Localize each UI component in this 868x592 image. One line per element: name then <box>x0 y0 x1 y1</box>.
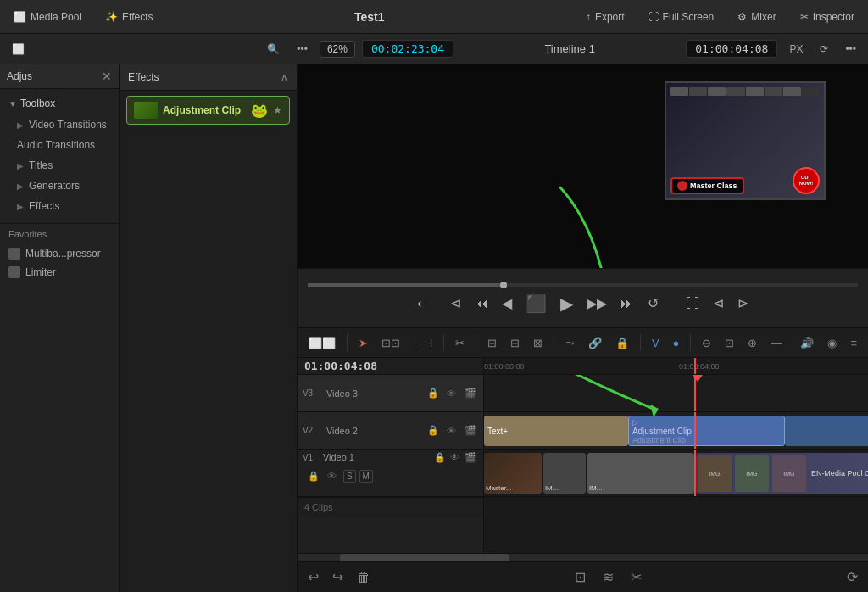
fullscreen-preview-button[interactable]: ⛶ <box>686 296 699 311</box>
toolbox-header[interactable]: ▼ Toolbox <box>0 92 119 114</box>
sidebar-item-titles[interactable]: ▶ Titles <box>0 155 119 176</box>
inspector-button[interactable]: ✂ Inspector <box>795 8 860 25</box>
bottom-tool-1[interactable]: ⊡ <box>575 569 586 585</box>
v1-full-label: Video 1 <box>323 452 432 462</box>
effect-emoji-icon: 🐸 <box>251 103 268 119</box>
ruler-row: 01:00:04:08 01:00:00:00 01:00:04:00 01:0… <box>298 358 868 375</box>
bottom-right-tool[interactable]: ⟳ <box>847 569 858 585</box>
search-button[interactable]: 🔍 <box>262 41 285 58</box>
timecode-display[interactable]: 00:02:23:04 <box>362 40 453 58</box>
adjustment-clip-item[interactable]: Adjustment Clip 🐸 ★ <box>126 96 290 125</box>
export-button[interactable]: ↑ Export <box>581 8 630 25</box>
v1-label: V1 <box>303 453 323 462</box>
px-toggle-button[interactable]: PX <box>784 41 808 58</box>
blue-clip[interactable] <box>785 416 868 446</box>
trim-tool-button[interactable]: ⊡⊡ <box>377 334 404 352</box>
project-title: Test1 <box>172 10 567 24</box>
prev-clip-button[interactable]: ⊲ <box>713 295 724 311</box>
select-tool-button[interactable]: ➤ <box>354 334 372 352</box>
zoom-timeline-button[interactable]: — <box>766 334 786 352</box>
sidebar-item-generators[interactable]: ▶ Generators <box>0 176 119 196</box>
settings-button[interactable]: ••• <box>840 41 861 58</box>
fullscreen-button[interactable]: ⛶ Full Screen <box>643 8 720 25</box>
a-track-button[interactable]: ● <box>669 334 684 352</box>
effects-wand-icon: ✨ <box>105 11 118 23</box>
overwrite-button[interactable]: ⊟ <box>506 334 524 352</box>
delete-button[interactable]: 🗑 <box>357 570 370 585</box>
sidebar-item-audio-transitions[interactable]: Audio Transitions <box>0 135 119 155</box>
im-clip-1[interactable]: IM... <box>543 453 586 494</box>
stop-button[interactable]: ⬛ <box>526 293 547 314</box>
v1-s-button[interactable]: S <box>343 470 356 483</box>
v1-lock2-icon[interactable]: 🔒 <box>306 468 321 483</box>
skip-forward-button[interactable]: ⏭ <box>620 296 634 311</box>
panel-title: Adjus <box>7 70 32 82</box>
skip-back-button[interactable]: ⏮ <box>475 296 488 311</box>
v-track-button[interactable]: V <box>648 334 664 352</box>
v1-eye2-icon[interactable]: 👁 <box>325 468 340 483</box>
clips-count: 4 Clips <box>304 502 333 512</box>
panel-toggle-button[interactable]: ⬜ <box>7 41 30 58</box>
more-options-button[interactable]: ••• <box>292 41 313 58</box>
v3-eye-icon[interactable]: 👁 <box>444 386 459 401</box>
v3-cam-icon[interactable]: 🎬 <box>463 386 478 401</box>
undo-button[interactable]: ↩ <box>308 569 319 585</box>
sidebar-item-effects[interactable]: ▶ Effects <box>0 196 119 216</box>
text-plus-clip[interactable]: Text+ <box>484 416 628 446</box>
v2-cam-icon[interactable]: 🎬 <box>463 423 478 438</box>
sidebar-item-video-transitions[interactable]: ▶ Video Transitions <box>0 114 119 135</box>
v1-m-button[interactable]: M <box>359 470 373 483</box>
adjustment-clip-timeline[interactable]: ▷ Adjustment Clip Adjustment Clip <box>628 416 785 446</box>
loop-button[interactable]: ↺ <box>648 295 659 311</box>
bottom-tool-3[interactable]: ✂ <box>631 569 642 585</box>
cut-button[interactable]: ✂ <box>451 334 469 352</box>
zoom-control[interactable]: ⊡ <box>721 334 738 352</box>
panel-close-button[interactable]: ✕ <box>102 70 112 83</box>
audio-knob-button[interactable]: ◉ <box>823 334 841 352</box>
link-button[interactable]: 🔗 <box>584 334 606 352</box>
expand-arrow-icon: ▶ <box>17 182 24 191</box>
snap-button[interactable]: ⤳ <box>561 334 579 352</box>
audio-level-button[interactable]: 🔊 <box>796 334 818 352</box>
play-button[interactable]: ▶ <box>560 293 573 314</box>
step-back-button[interactable]: ⊲ <box>450 295 461 311</box>
next-clip-button[interactable]: ⊳ <box>737 295 748 311</box>
dynamic-trim-button[interactable]: ⊢⊣ <box>409 334 437 352</box>
v1-lock-icon[interactable]: 🔒 <box>432 450 448 465</box>
next-frame-button[interactable]: ▶▶ <box>587 295 607 311</box>
star-icon[interactable]: ★ <box>273 104 282 116</box>
prev-frame-button[interactable]: ◀ <box>502 295 512 311</box>
media-pool-clip[interactable]: IMG IMG IMG EN-Media Pool Color Page.mov <box>696 453 868 494</box>
replace-button[interactable]: ⊠ <box>529 334 547 352</box>
master-class-clip[interactable]: Master... <box>484 453 542 494</box>
horizontal-scrollbar[interactable] <box>298 553 868 561</box>
toolbar-separator <box>690 334 691 351</box>
v3-lock-icon[interactable]: 🔒 <box>426 386 441 401</box>
favorite-item-multiba[interactable]: Multiba...pressor <box>0 244 119 263</box>
scrollbar-thumb[interactable] <box>340 554 509 561</box>
mixer-button[interactable]: ⚙ Mixer <box>732 8 781 25</box>
zoom-level[interactable]: 62% <box>320 41 355 58</box>
insert-button[interactable]: ⊞ <box>483 334 501 352</box>
im-clip-2[interactable]: IM... <box>587 453 694 494</box>
timeline-mode-button[interactable]: ⬜⬜ <box>304 334 340 352</box>
favorite-item-limiter[interactable]: Limiter <box>0 263 119 282</box>
v1-eye-icon[interactable]: 👁 <box>448 450 463 465</box>
lock-button[interactable]: 🔒 <box>611 334 633 352</box>
bottom-tool-2[interactable]: ≋ <box>603 569 614 585</box>
progress-bar[interactable] <box>308 283 858 287</box>
expand-arrow-icon: ▶ <box>17 202 24 211</box>
effects-collapse-button[interactable]: ∧ <box>281 71 288 83</box>
zoom-minus-button[interactable]: ⊖ <box>698 334 715 352</box>
v2-lock-icon[interactable]: 🔒 <box>426 423 441 438</box>
v1-cam-icon[interactable]: 🎬 <box>463 450 478 465</box>
go-to-start-button[interactable]: ⟵ <box>417 295 437 311</box>
effects-panel-title: Effects <box>128 71 159 83</box>
redo-button[interactable]: ↪ <box>332 569 343 585</box>
effects-button[interactable]: ✨ Effects <box>100 8 158 25</box>
v2-eye-icon[interactable]: 👁 <box>444 423 459 438</box>
more-timeline-button[interactable]: ≡ <box>846 334 861 352</box>
media-pool-button[interactable]: ⬜ Media Pool <box>8 8 86 25</box>
zoom-plus-button[interactable]: ⊕ <box>743 334 761 352</box>
ripple-button[interactable]: ⟳ <box>815 41 833 58</box>
